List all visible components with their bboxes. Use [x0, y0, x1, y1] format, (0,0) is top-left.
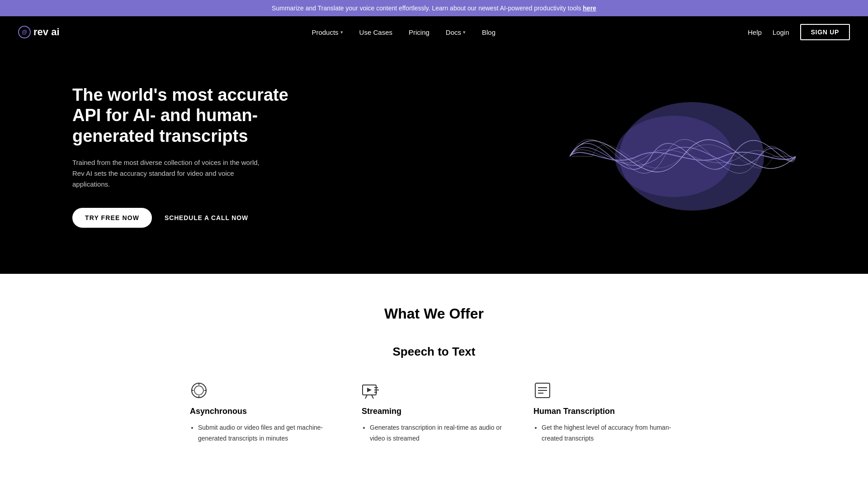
offer-section: What We Offer Speech to Text Asynchronou…: [0, 274, 868, 471]
list-item: Submit audio or video files and get mach…: [198, 422, 335, 444]
chevron-down-icon-docs: ▾: [463, 29, 466, 35]
nav-item-blog[interactable]: Blog: [482, 18, 495, 47]
offer-title: What We Offer: [18, 305, 850, 322]
hero-title: The world's most accurate API for AI- an…: [72, 85, 307, 147]
nav-label-docs: Docs: [446, 28, 461, 36]
hero-subtitle: Trained from the most diverse collection…: [72, 157, 271, 190]
logo-text: rev ai: [33, 26, 60, 38]
speech-to-text-title: Speech to Text: [18, 345, 850, 359]
nav-label-products: Products: [311, 28, 338, 36]
card-human-transcription: Human Transcription Get the highest leve…: [533, 381, 678, 444]
nav-label-usecases: Use Cases: [359, 28, 392, 36]
nav-item-products[interactable]: Products ▾: [311, 18, 343, 47]
login-link[interactable]: Login: [773, 28, 789, 36]
svg-line-11: [365, 395, 367, 399]
hero-visual: [570, 89, 796, 224]
card-streaming: Streaming Generates transcription in rea…: [362, 381, 506, 444]
svg-point-5: [194, 386, 203, 395]
navbar: @ rev ai Products ▾ Use Cases Pricing Do…: [0, 16, 868, 48]
stream-icon: [362, 381, 380, 399]
async-card-list: Submit audio or video files and get mach…: [190, 422, 335, 444]
svg-line-12: [372, 395, 373, 399]
help-link[interactable]: Help: [748, 28, 762, 36]
streaming-card-list: Generates transcription in real-time as …: [362, 422, 506, 444]
list-item: Get the highest level of accuracy from h…: [542, 422, 678, 444]
announcement-text: Summarize and Translate your voice conte…: [272, 5, 583, 12]
streaming-card-title: Streaming: [362, 407, 506, 416]
nav-item-usecases[interactable]: Use Cases: [359, 18, 392, 47]
card-asynchronous: Asynchronous Submit audio or video files…: [190, 381, 335, 444]
nav-label-pricing: Pricing: [409, 28, 429, 36]
nav-item-pricing[interactable]: Pricing: [409, 18, 429, 47]
logo-icon: @: [18, 26, 31, 38]
logo[interactable]: @ rev ai: [18, 26, 60, 38]
hero-content: The world's most accurate API for AI- an…: [72, 85, 307, 228]
svg-marker-13: [367, 388, 372, 392]
svg-point-1: [615, 116, 732, 197]
announcement-bar: Summarize and Translate your voice conte…: [0, 0, 868, 16]
async-icon: [190, 381, 208, 399]
async-card-title: Asynchronous: [190, 407, 335, 416]
waveform-graphic: [570, 89, 796, 224]
try-free-button[interactable]: TRY FREE NOW: [72, 208, 152, 228]
hero-buttons: TRY FREE NOW SCHEDULE A CALL NOW: [72, 208, 307, 228]
human-card-list: Get the highest level of accuracy from h…: [533, 422, 678, 444]
schedule-call-button[interactable]: SCHEDULE A CALL NOW: [165, 214, 248, 221]
nav-label-blog: Blog: [482, 28, 495, 36]
cards-row: Asynchronous Submit audio or video files…: [163, 381, 705, 444]
human-icon: [533, 381, 552, 399]
nav-right: Help Login SIGN UP: [748, 24, 850, 40]
signup-button[interactable]: SIGN UP: [800, 24, 850, 40]
list-item: Generates transcription in real-time as …: [370, 422, 506, 444]
nav-item-docs[interactable]: Docs ▾: [446, 18, 466, 47]
human-card-title: Human Transcription: [533, 407, 678, 416]
svg-point-4: [192, 383, 206, 398]
hero-section: The world's most accurate API for AI- an…: [0, 48, 868, 274]
nav-center: Products ▾ Use Cases Pricing Docs ▾ Blog: [311, 18, 495, 47]
announcement-link[interactable]: here: [583, 5, 596, 12]
chevron-down-icon: ▾: [340, 29, 343, 35]
